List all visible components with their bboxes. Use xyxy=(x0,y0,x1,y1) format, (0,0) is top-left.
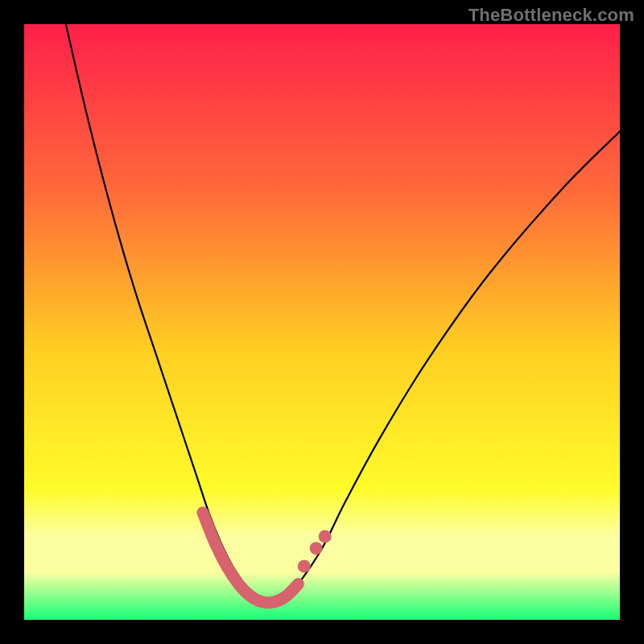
highlight-segment xyxy=(203,513,298,603)
curve-svg xyxy=(24,24,620,620)
chart-stage: TheBottleneck.com xyxy=(0,0,644,644)
highlight-dot xyxy=(310,542,323,555)
highlight-dot xyxy=(298,559,311,572)
watermark-text: TheBottleneck.com xyxy=(469,5,634,26)
highlight-dot xyxy=(319,530,332,543)
plot-area xyxy=(24,24,620,620)
highlight-dots xyxy=(298,530,332,572)
bottleneck-curve xyxy=(66,24,620,603)
